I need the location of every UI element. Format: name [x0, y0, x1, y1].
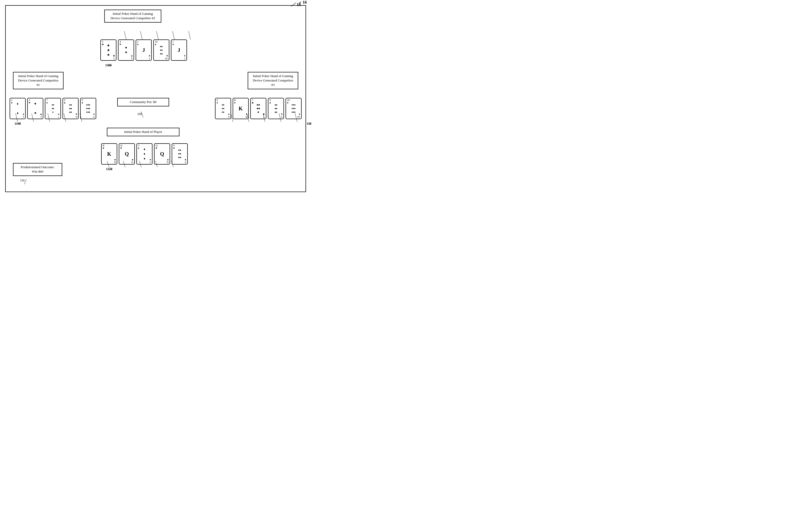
card-154a: 2♦ ♦♦ 2♦ — [9, 98, 26, 119]
card-158a: 6♦ ♦♦♦♦♦♦ 6♦ — [215, 98, 231, 119]
svg-text:16: 16 — [297, 2, 301, 7]
card-156c: J♦ J J♦ — [136, 39, 152, 61]
competitor3-label: Initial Poker Hand of GamingDevice Gener… — [248, 72, 298, 89]
card-152c: 3♦ ♦♦♦ 3♦ — [137, 143, 152, 165]
competitor3-cards: 6♦ ♦♦♦♦♦♦ 6♦ K♦ K K♦ 7♣ ♣♣♣♣♣ 7♣ 9♠ ♠♠♠♠… — [215, 98, 301, 119]
card-152a: K♥ K K♥ — [101, 143, 117, 165]
card-152d: Q♥ Q Q♥ — [154, 143, 170, 165]
card-158c: 7♣ ♣♣♣♣♣ 7♣ — [250, 98, 266, 119]
card-156b: 4♥ ♥♥ 4♥ — [118, 39, 134, 61]
card-156e: J♦ J J♦ — [171, 39, 187, 61]
competitor1-label: Initial Poker Hand of GamingDevice Gener… — [13, 72, 63, 89]
outcome-ref: 150 — [20, 179, 25, 183]
main-diagram: ↙ 16 Initial Poker Hand of GamingDevice … — [5, 5, 306, 192]
svg-line-0 — [291, 3, 296, 6]
card-152e: 9♥ ♥♥♥♥♥♥ 9♥ — [172, 143, 188, 165]
community-pot-ref: 160 — [137, 112, 142, 116]
card-154e: 9♦ ♦♦♦♦♦♦♦♦♦ 9♦ — [80, 98, 96, 119]
card-156d: 10♠ ♠♠♠♠♠♠ 10♠ — [153, 39, 169, 61]
outcome-label: Predetermined Outcome:Win $60 — [13, 163, 62, 176]
card-154d: 6♠ ♠♠♠♠♠♠ 6♠ — [62, 98, 79, 119]
card-158b: K♦ K K♦ — [233, 98, 249, 119]
card-158e: 10♦ ♦♦♦♦♦♦♦♦♦ 10♦ — [286, 98, 301, 119]
player-hand-label: Initial Poker Hand of Player — [107, 128, 179, 136]
card-152b: Q♥ Q Q♥ — [119, 143, 135, 165]
competitor2-cards: 3♣ ♣♣♣ 3♣ 4♥ ♥♥ 4♥ J♦ J J♦ 10♠ ♠♠♠♠♠♠ 10… — [100, 39, 187, 61]
card-154b: 2♥ ♥♥ 2♥ — [27, 98, 43, 119]
community-pot-label: Community Pot: $0 — [117, 98, 169, 106]
figure-label: 16 — [288, 1, 304, 9]
card-158d: 9♠ ♠♠♠♠♠♠ 9♠ — [268, 98, 284, 119]
competitor1-cards: 2♦ ♦♦ 2♦ 2♥ ♥♥ 2♥ 7♦ ♦♦♦♦♦ 7♦ 6♠ ♠♠♠♠♠♠ … — [9, 98, 96, 119]
competitor2-label: Initial Poker Hand of GamingDevice Gener… — [104, 9, 161, 23]
player-cards: K♥ K K♥ Q♥ Q Q♥ 3♦ ♦♦♦ 3♦ Q♥ Q Q♥ 9♥ ♥♥♥… — [101, 143, 188, 165]
card-156a: 3♣ ♣♣♣ 3♣ — [100, 39, 116, 61]
card-154c: 7♦ ♦♦♦♦♦ 7♦ — [45, 98, 61, 119]
